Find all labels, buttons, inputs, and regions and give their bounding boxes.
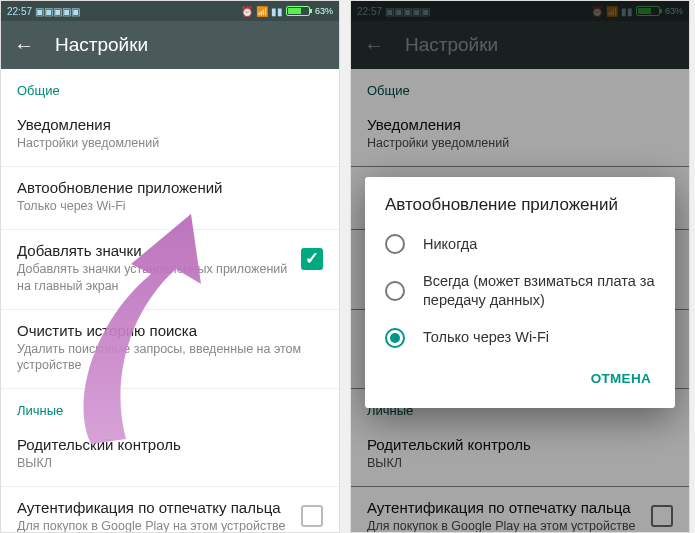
phone-left: 22:57 ▣▣▣▣▣ ⏰ 📶 ▮▮ 63% ← Настройки Общие…	[0, 0, 340, 533]
row-add-icons-title: Добавлять значки	[17, 242, 291, 259]
wifi-icon: 📶	[256, 6, 268, 17]
row-clear-history[interactable]: Очистить историю поиска Удалить поисковы…	[1, 310, 339, 390]
status-bar: 22:57 ▣▣▣▣▣ ⏰ 📶 ▮▮ 63%	[1, 1, 339, 21]
dialog-option-label: Всегда (может взиматься плата за передач…	[423, 272, 655, 310]
autoupdate-dialog: Автообновление приложений Никогда Всегда…	[365, 177, 675, 408]
radio-icon	[385, 281, 405, 301]
battery-pct: 63%	[315, 6, 333, 16]
signal-icon: ▮▮	[271, 6, 283, 17]
page-title: Настройки	[55, 34, 148, 56]
row-notifications[interactable]: Уведомления Настройки уведомлений	[1, 104, 339, 167]
dialog-title: Автообновление приложений	[365, 195, 675, 225]
app-header: ← Настройки	[1, 21, 339, 69]
row-fingerprint-title: Аутентификация по отпечатку пальца	[17, 499, 291, 516]
section-label-general: Общие	[1, 69, 339, 104]
add-icons-checkbox[interactable]	[301, 248, 323, 270]
row-add-icons[interactable]: Добавлять значки Добавлять значки устано…	[1, 230, 339, 310]
section-label-personal: Личные	[1, 389, 339, 424]
dialog-cancel-button[interactable]: ОТМЕНА	[581, 363, 661, 394]
status-app-icon: ▣▣▣▣▣	[35, 6, 80, 17]
dialog-option-label: Только через Wi-Fi	[423, 328, 549, 347]
row-notifications-subtitle: Настройки уведомлений	[17, 135, 323, 152]
row-parental[interactable]: Родительский контроль ВЫКЛ	[1, 424, 339, 487]
row-parental-subtitle: ВЫКЛ	[17, 455, 323, 472]
radio-icon-selected	[385, 328, 405, 348]
dialog-option-always[interactable]: Всегда (может взиматься плата за передач…	[365, 263, 675, 319]
back-arrow-icon[interactable]: ←	[15, 36, 33, 54]
row-autoupdate[interactable]: Автообновление приложений Только через W…	[1, 167, 339, 230]
alarm-icon: ⏰	[241, 6, 253, 17]
fingerprint-checkbox[interactable]	[301, 505, 323, 527]
row-fingerprint-subtitle: Для покупок в Google Play на этом устрой…	[17, 518, 291, 533]
row-parental-title: Родительский контроль	[17, 436, 323, 453]
status-time: 22:57	[7, 6, 32, 17]
row-clear-history-title: Очистить историю поиска	[17, 322, 323, 339]
row-autoupdate-subtitle: Только через Wi-Fi	[17, 198, 323, 215]
dialog-option-label: Никогда	[423, 235, 477, 254]
battery-icon	[286, 6, 310, 16]
radio-icon	[385, 234, 405, 254]
dialog-option-wifi[interactable]: Только через Wi-Fi	[365, 319, 675, 357]
dialog-option-never[interactable]: Никогда	[365, 225, 675, 263]
row-notifications-title: Уведомления	[17, 116, 323, 133]
phone-right: 22:57 ▣▣▣▣▣ ⏰ 📶 ▮▮ 63% ← Настройки Общие…	[350, 0, 690, 533]
row-autoupdate-title: Автообновление приложений	[17, 179, 323, 196]
row-fingerprint[interactable]: Аутентификация по отпечатку пальца Для п…	[1, 487, 339, 533]
row-clear-history-subtitle: Удалить поисковые запросы, введенные на …	[17, 341, 323, 375]
settings-list: Общие Уведомления Настройки уведомлений …	[1, 69, 339, 533]
row-add-icons-subtitle: Добавлять значки установленных приложени…	[17, 261, 291, 295]
